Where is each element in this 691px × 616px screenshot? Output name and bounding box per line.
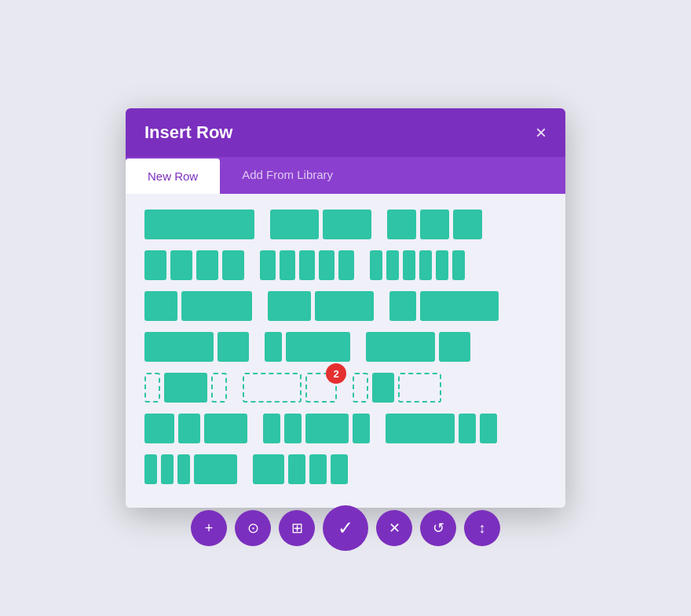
layout-row-2 — [144, 250, 547, 280]
circle-toolbar-button[interactable]: ⊙ — [235, 510, 271, 546]
layout-narrow-wide-narrow[interactable] — [265, 332, 350, 362]
layout-3-1[interactable] — [144, 332, 249, 362]
layout-6col[interactable] — [370, 250, 465, 280]
layout-row7-col2[interactable] — [253, 454, 348, 484]
layout-2-3[interactable] — [268, 291, 374, 321]
modal-body: 2 — [126, 194, 565, 508]
layout-row-4 — [144, 332, 547, 362]
x-toolbar-button[interactable]: ✕ — [376, 510, 412, 546]
insert-row-modal: Insert Row × New Row Add From Library — [126, 108, 565, 508]
close-button[interactable]: × — [536, 123, 547, 142]
add-toolbar-button[interactable]: + — [191, 510, 227, 546]
layout-row-1 — [144, 210, 547, 239]
layout-row6-col3[interactable] — [386, 414, 497, 443]
layout-row5-col2[interactable]: 2 — [243, 373, 337, 403]
layout-row5-col3[interactable] — [353, 373, 441, 403]
layout-row-5: 2 — [144, 373, 547, 403]
layout-row5-col1[interactable] — [144, 373, 227, 403]
modal-header: Insert Row × — [126, 108, 565, 157]
bottom-toolbar: + ⊙ ⊞ ✓ ✕ ↺ ↕ — [191, 505, 500, 551]
layout-row-6 — [144, 414, 547, 443]
layout-row6-col2[interactable] — [263, 414, 370, 443]
layout-3col-equal[interactable] — [387, 210, 482, 239]
layout-2col-equal[interactable] — [270, 210, 371, 239]
layout-row6-col1[interactable] — [144, 414, 247, 443]
layout-1col[interactable] — [144, 210, 254, 239]
badge: 2 — [326, 363, 346, 384]
layout-row-3 — [144, 291, 547, 321]
modal-overlay: Insert Row × New Row Add From Library — [126, 108, 565, 508]
layout-1-2[interactable] — [144, 291, 252, 321]
grid-toolbar-button[interactable]: ⊞ — [279, 510, 315, 546]
layout-wide-narrow-narrow[interactable] — [366, 332, 470, 362]
layout-1-3[interactable] — [389, 291, 499, 321]
refresh-toolbar-button[interactable]: ↺ — [420, 510, 456, 546]
layouts-grid: 2 — [144, 210, 547, 484]
tab-add-from-library[interactable]: Add From Library — [220, 157, 355, 194]
layout-4col[interactable] — [144, 250, 244, 280]
tab-new-row[interactable]: New Row — [126, 159, 220, 194]
modal-title: Insert Row — [144, 122, 232, 143]
modal-tabs: New Row Add From Library — [126, 157, 565, 194]
move-toolbar-button[interactable]: ↕ — [464, 510, 500, 546]
layout-5col[interactable] — [260, 250, 354, 280]
layout-row7-col1[interactable] — [144, 454, 237, 484]
layout-row-7 — [144, 454, 547, 484]
check-toolbar-button[interactable]: ✓ — [323, 505, 368, 551]
